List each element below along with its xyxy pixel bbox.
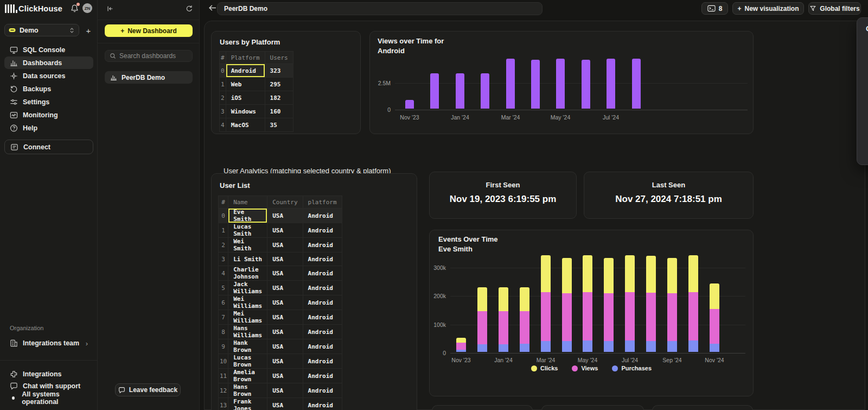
table-cell[interactable]: Wei Smith: [228, 238, 267, 253]
system-status[interactable]: All systems operational: [4, 392, 93, 404]
bar-segment-views-Feb '24[interactable]: [520, 311, 529, 344]
table-cell[interactable]: Android: [303, 209, 342, 223]
selected-table-cell[interactable]: Eve Smith: [228, 209, 267, 223]
table-row[interactable]: 4MacOS35: [220, 118, 293, 132]
table-cell[interactable]: Android: [303, 354, 342, 369]
bar-segment-views-Oct '24[interactable]: [688, 292, 698, 340]
table-cell[interactable]: Wei Williams: [228, 295, 267, 310]
bar-segment-clicks-Jan '24[interactable]: [499, 287, 508, 312]
bar-segment-clicks-Aug '24[interactable]: [646, 256, 656, 293]
sidebar-item-integrations[interactable]: Integrations: [4, 368, 93, 380]
table-cell[interactable]: 9: [219, 339, 228, 354]
table-cell[interactable]: USA: [267, 295, 303, 310]
table-cell[interactable]: Charlie Johnson: [228, 266, 267, 281]
table-cell[interactable]: USA: [267, 369, 303, 383]
table-cell[interactable]: 160: [265, 105, 293, 118]
table-cell[interactable]: USA: [267, 238, 303, 253]
table-cell[interactable]: Hank Brown: [228, 339, 267, 354]
sidebar-item-help[interactable]: Help: [4, 122, 93, 134]
table-cell[interactable]: 11: [219, 369, 228, 383]
bar-Apr '24[interactable]: [531, 60, 540, 109]
bar-segment-clicks-Oct '24[interactable]: [688, 255, 698, 292]
table-cell[interactable]: 6: [219, 295, 228, 310]
table-cell[interactable]: Android: [303, 295, 342, 310]
bar-segment-purchases-Sep '24[interactable]: [667, 341, 677, 352]
table-cell[interactable]: Lucas Brown: [228, 354, 267, 369]
bar-segment-purchases-Apr '24[interactable]: [562, 341, 572, 352]
table-row[interactable]: 11Amelia BrownUSAAndroid: [219, 369, 342, 383]
bar-segment-views-Dec '23[interactable]: [477, 311, 487, 344]
bar-Aug '24[interactable]: [632, 59, 641, 109]
bar-segment-views-Jan '24[interactable]: [499, 311, 508, 344]
table-cell[interactable]: 13: [219, 398, 228, 410]
table-row[interactable]: 9Hank BrownUSAAndroid: [219, 339, 342, 354]
table-row[interactable]: 1Lucas SmithUSAAndroid: [219, 223, 342, 238]
bar-segment-purchases-Jun '24[interactable]: [604, 341, 614, 352]
selected-table-cell[interactable]: Android: [226, 64, 265, 78]
table-cell[interactable]: Android: [303, 238, 342, 253]
table-row[interactable]: 10Lucas BrownUSAAndroid: [219, 354, 342, 369]
bar-segment-clicks-Mar '24[interactable]: [541, 255, 551, 292]
bar-segment-purchases-Aug '24[interactable]: [646, 341, 656, 352]
table-cell[interactable]: 12: [219, 383, 228, 398]
table-row[interactable]: 2Wei SmithUSAAndroid: [219, 238, 342, 253]
back-button[interactable]: [206, 3, 218, 15]
column-header[interactable]: #: [219, 196, 228, 209]
bar-segment-views-Aug '24[interactable]: [646, 293, 656, 341]
bar-segment-views-Nov '23[interactable]: [456, 343, 466, 350]
refresh-icon[interactable]: [183, 3, 195, 15]
dashboard-list-item[interactable]: PeerDB Demo: [105, 71, 193, 84]
table-cell[interactable]: USA: [267, 310, 303, 325]
sidebar-item-backups[interactable]: Backups: [4, 83, 93, 95]
table-cell[interactable]: Android: [303, 398, 342, 410]
table-cell[interactable]: Li Smith: [228, 253, 267, 266]
table-cell[interactable]: Android: [303, 310, 342, 325]
table-cell[interactable]: Android: [303, 223, 342, 238]
table-cell[interactable]: 35: [265, 118, 293, 132]
queries-count-button[interactable]: 8: [701, 2, 728, 15]
table-cell[interactable]: 7: [219, 310, 228, 325]
column-header[interactable]: Name: [228, 196, 267, 209]
table-cell[interactable]: Android: [303, 383, 342, 398]
table-row[interactable]: 0Android323: [220, 64, 293, 78]
leave-feedback-button[interactable]: Leave feedback: [115, 383, 181, 396]
add-service-button[interactable]: +: [83, 25, 94, 36]
table-cell[interactable]: 295: [265, 78, 293, 91]
query-menu-item[interactable]: Breakdown by country: [857, 146, 868, 161]
table-cell[interactable]: iOS: [226, 91, 265, 105]
table-cell[interactable]: USA: [267, 325, 303, 339]
bar-segment-views-Apr '24[interactable]: [562, 293, 572, 341]
bar-segment-purchases-Nov '23[interactable]: [456, 350, 466, 352]
clickhouse-logo-icon[interactable]: [5, 4, 17, 13]
legend-item-clicks[interactable]: Clicks: [531, 365, 558, 371]
column-header[interactable]: Country: [267, 196, 303, 209]
table-cell[interactable]: Android: [303, 339, 342, 354]
bar-segment-clicks-May '24[interactable]: [583, 255, 592, 292]
table-cell[interactable]: Frank Jones: [228, 398, 267, 410]
table-cell[interactable]: Lucas Smith: [228, 223, 267, 238]
bar-Mar '24[interactable]: [506, 59, 515, 109]
bar-segment-purchases-Dec '23[interactable]: [477, 344, 487, 352]
bar-segment-purchases-May '24[interactable]: [583, 340, 592, 352]
table-cell[interactable]: 1: [219, 223, 228, 238]
connect-button[interactable]: Connect: [4, 140, 93, 154]
legend-item-purchases[interactable]: Purchases: [612, 365, 652, 371]
table-cell[interactable]: USA: [267, 383, 303, 398]
table-cell[interactable]: 1: [220, 78, 226, 91]
table-row[interactable]: 6Wei WilliamsUSAAndroid: [219, 295, 342, 310]
bar-segment-views-May '24[interactable]: [583, 292, 592, 340]
bar-segment-clicks-Nov '23[interactable]: [456, 338, 466, 343]
column-header[interactable]: Platform: [226, 52, 265, 64]
table-cell[interactable]: Android: [303, 369, 342, 383]
table-cell[interactable]: Android: [303, 253, 342, 266]
table-cell[interactable]: USA: [267, 281, 303, 295]
table-cell[interactable]: USA: [267, 339, 303, 354]
table-cell[interactable]: Hans Williams: [228, 325, 267, 339]
table-row[interactable]: 13Frank JonesUSAAndroid: [219, 398, 342, 410]
sidebar-item-dashboards[interactable]: Dashboards: [4, 56, 93, 69]
table-row[interactable]: 4Charlie JohnsonUSAAndroid: [219, 266, 342, 281]
sidebar-item-data-sources[interactable]: Data sources: [4, 70, 93, 82]
sidebar-item-sql-console[interactable]: SQL Console: [4, 43, 93, 56]
bar-segment-views-Mar '24[interactable]: [541, 292, 551, 341]
table-cell[interactable]: 8: [219, 325, 228, 339]
